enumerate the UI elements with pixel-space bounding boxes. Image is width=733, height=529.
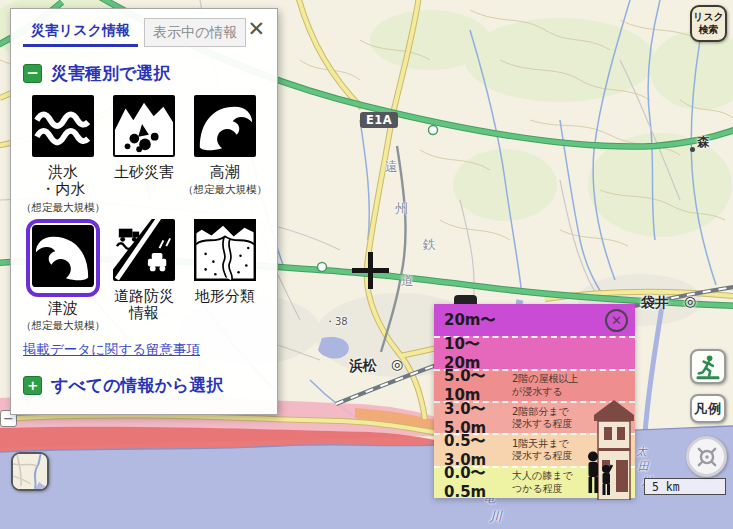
tile-label-line1: 土砂災害: [114, 164, 174, 181]
disaster-type-flood[interactable]: 洪水・内水 （想定最大規模）: [23, 95, 103, 215]
storm-surge-icon: [194, 95, 256, 157]
current-location-button[interactable]: [686, 436, 727, 477]
depth-desc-line2: 浸水する程度: [512, 450, 572, 463]
river-label-ota-2: 田: [638, 459, 649, 474]
people-silhouette-icon: [585, 451, 613, 498]
overview-map-button[interactable]: [11, 452, 49, 491]
tile-sub-label: （想定最大規模）: [21, 319, 105, 333]
legend-row: 5.0〜10m 2階の屋根以上が浸水する: [434, 369, 635, 401]
road-disaster-icon: [113, 219, 175, 281]
river-label-tenryu-2: 川: [489, 508, 502, 526]
tab-disaster-risk-info[interactable]: 災害リスク情報: [23, 17, 138, 47]
evacuation-site-button[interactable]: [690, 349, 726, 384]
city-marker-hamamatsu: ◎: [391, 356, 403, 372]
landform-icon: [194, 219, 256, 281]
depth-desc-line1: 2階の屋根以上: [512, 373, 579, 386]
rail-label-2: 州: [395, 200, 408, 218]
town-label-mori: 森: [697, 134, 709, 151]
depth-desc-line1: 1階天井まで: [512, 438, 572, 451]
section-disaster-type[interactable]: − 災害種別で選択: [23, 62, 265, 85]
disaster-type-landslide[interactable]: 土砂災害: [104, 95, 184, 215]
data-notes-link[interactable]: 掲載データに関する留意事項: [23, 341, 200, 359]
rail-label-4: 道: [401, 272, 414, 290]
map-scale-bar: 5 km: [644, 478, 726, 495]
legend-row: 20m〜 ✕: [434, 304, 635, 336]
tile-label-line1: 高潮: [210, 164, 240, 181]
tsunami-depth-legend: 20m〜 ✕ 10〜20m 5.0〜10m 2階の屋根以上が浸水する 3.0〜5…: [434, 304, 635, 498]
scale-label: 5 km: [652, 480, 680, 494]
tile-label-line1: 洪水: [41, 164, 86, 181]
tile-sub-label: （想定最大規模）: [21, 201, 105, 215]
legend-toggle-button[interactable]: 凡例: [690, 394, 726, 423]
depth-desc-line1: 2階部分まで: [512, 406, 572, 419]
panel-tabs: 災害リスク情報 表示中の情報: [23, 17, 265, 47]
section-title-disaster-type: 災害種別で選択: [51, 62, 170, 85]
disaster-type-tsunami[interactable]: 津波 （想定最大規模）: [23, 219, 103, 333]
disaster-type-landform[interactable]: 地形分類: [185, 219, 265, 333]
legend-toggle-label: 凡例: [694, 400, 722, 418]
tsunami-icon: [32, 225, 94, 287]
tile-label-line1: 地形分類: [195, 288, 255, 305]
tile-sub-label: （想定最大規模）: [183, 183, 267, 197]
elevation-label: ・38: [325, 315, 348, 329]
collapse-icon[interactable]: −: [23, 64, 42, 83]
town-marker-mori: [690, 147, 695, 152]
city-label-fukuroi: 袋井: [641, 294, 669, 312]
tile-label-line2: ・内水: [41, 181, 86, 198]
section-all-info[interactable]: ＋ すべての情報から選択: [23, 374, 265, 397]
disaster-risk-panel: 災害リスク情報 表示中の情報 ✕ − 災害種別で選択 洪水・内水 （想定最大規模…: [10, 8, 278, 415]
tab-displayed-info[interactable]: 表示中の情報: [144, 18, 246, 47]
depth-desc-line2: が浸水する: [512, 386, 579, 399]
rail-label-1: 遠: [385, 158, 398, 176]
compass-crosshair-icon: [694, 444, 720, 470]
disaster-type-storm-surge[interactable]: 高潮 （想定最大規模）: [185, 95, 265, 215]
risk-search-button[interactable]: リスク 検索: [690, 5, 727, 42]
overview-map-thumbnail: [13, 454, 47, 489]
tile-label-line1: 道路防災: [114, 288, 174, 305]
depth-desc-line2: 浸水する程度: [512, 418, 572, 431]
city-marker-fukuroi: ◎: [684, 293, 696, 309]
risk-search-label-line2: 検索: [699, 24, 719, 37]
section-title-all-info: すべての情報から選択: [51, 374, 223, 397]
expand-icon[interactable]: ＋: [23, 376, 42, 395]
disaster-type-grid: 洪水・内水 （想定最大規模） 土砂災害: [23, 95, 265, 333]
risk-search-label-line1: リスク: [693, 11, 724, 24]
legend-close-button[interactable]: ✕: [605, 309, 628, 332]
legend-row: 10〜20m: [434, 336, 635, 368]
panel-close-icon[interactable]: ✕: [247, 19, 265, 40]
tile-label-line1: 津波: [48, 300, 78, 317]
river-label-ota-1: 太: [636, 444, 647, 459]
city-label-hamamatsu: 浜松: [349, 357, 377, 375]
depth-desc-line2: つかる程度: [512, 483, 573, 496]
depth-range: 0.0〜0.5m: [444, 464, 512, 501]
flood-icon: [32, 95, 94, 157]
running-person-icon: [695, 354, 721, 380]
rail-label-3: 鉄: [423, 236, 436, 254]
tile-label-line2: 情報: [114, 305, 174, 322]
disaster-type-road[interactable]: 道路防災情報: [104, 219, 184, 333]
depth-desc-line1: 大人の膝まで: [512, 470, 573, 483]
depth-range: 20m〜: [444, 311, 512, 330]
landslide-icon: [113, 95, 175, 157]
route-badge: E1A: [360, 112, 398, 128]
hazard-map-app: E1A 森 袋井 ◎ 浜松 ◎ ・38 遠 州 鉄 道 竜 川 太 田 川 + …: [0, 0, 733, 529]
map-center-crosshair: [352, 252, 389, 289]
